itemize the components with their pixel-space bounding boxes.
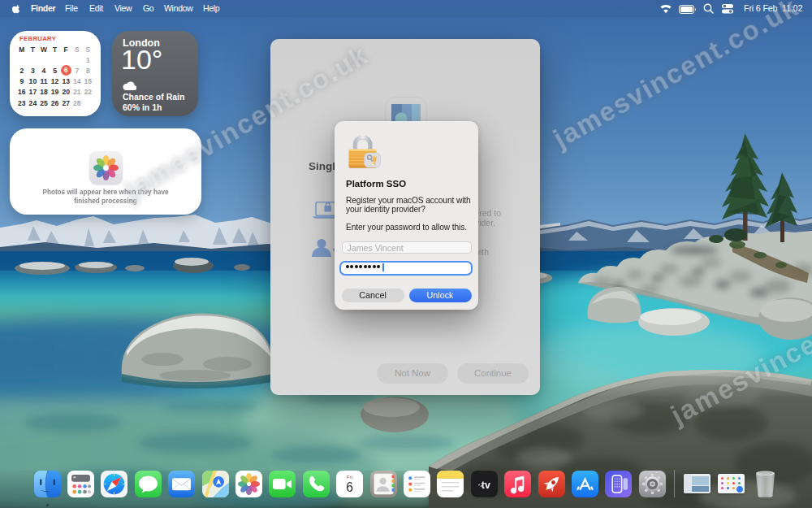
- svg-text:Fri: Fri: [347, 474, 352, 479]
- svg-text:tv: tv: [482, 480, 490, 491]
- svg-text:6: 6: [346, 480, 353, 493]
